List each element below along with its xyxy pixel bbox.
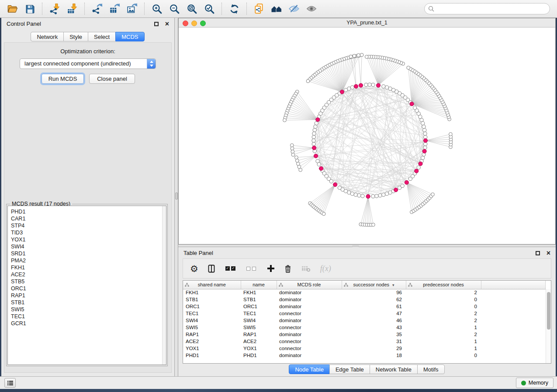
function-builder-button[interactable]: f(x) xyxy=(320,264,331,273)
export-table-button[interactable] xyxy=(106,1,123,17)
close-panel-button[interactable]: Close panel xyxy=(89,74,135,84)
export-table-icon xyxy=(109,3,120,14)
mcds-result-list[interactable]: PHD1CAR1STP4TID3YOX1SWI4SRD1PMA2FKH1ACE2… xyxy=(7,206,166,365)
import-network-button[interactable] xyxy=(46,1,63,17)
add-column-button[interactable] xyxy=(267,265,274,272)
mcds-result-item[interactable]: SWI5 xyxy=(11,306,166,313)
mcds-result-item[interactable]: TEC1 xyxy=(11,313,166,320)
tab-node-table[interactable]: Node Table xyxy=(289,364,330,374)
save-session-button[interactable] xyxy=(21,1,38,17)
column-header-name[interactable]: name xyxy=(241,281,277,289)
window-close-icon[interactable] xyxy=(183,21,188,26)
table-row[interactable]: SWI4SWI4dominator462 xyxy=(183,317,546,324)
deselect-all-button[interactable] xyxy=(246,267,258,271)
show-panel-list-button[interactable] xyxy=(4,378,16,388)
mcds-result-item[interactable]: CAR1 xyxy=(11,215,166,222)
run-mcds-button[interactable]: Run MCDS xyxy=(42,74,84,84)
optimization-criterion-label: Optimization criterion: xyxy=(4,48,171,55)
mcds-result-item[interactable]: GCR1 xyxy=(11,320,166,327)
zoom-out-button[interactable] xyxy=(166,1,183,17)
mcds-result-item[interactable]: SRD1 xyxy=(11,250,166,257)
zoom-fit-button[interactable] xyxy=(183,1,201,17)
zoom-fit-icon xyxy=(187,3,197,14)
import-table-button[interactable] xyxy=(63,1,81,17)
column-header-successor-nodes[interactable]: successor nodes▾ xyxy=(342,281,406,289)
float-panel-icon[interactable] xyxy=(536,251,540,255)
mcds-result-item[interactable]: YOX1 xyxy=(11,236,166,243)
import-network-icon xyxy=(49,3,60,14)
columns-icon xyxy=(208,265,216,273)
list-scrollbar[interactable] xyxy=(162,206,166,364)
tab-select[interactable]: Select xyxy=(88,32,116,41)
tab-network-table[interactable]: Network Table xyxy=(370,364,418,374)
select-all-button[interactable]: ✓✓ xyxy=(225,266,237,271)
mcds-result-item[interactable]: ORC1 xyxy=(11,285,166,292)
tab-edge-table[interactable]: Edge Table xyxy=(329,364,370,374)
export-network-button[interactable] xyxy=(88,1,106,17)
zoom-in-button[interactable] xyxy=(148,1,166,17)
delete-table-button[interactable] xyxy=(301,265,311,272)
optimization-criterion-select[interactable]: largest connected component (undirected) xyxy=(20,58,156,69)
splitter-grip[interactable] xyxy=(175,193,178,199)
tab-motifs[interactable]: Motifs xyxy=(417,364,445,374)
window-maximize-icon[interactable] xyxy=(200,21,206,26)
table-row[interactable]: ACE2ACE2connector311 xyxy=(183,338,546,345)
mcds-result-item[interactable]: STB1 xyxy=(11,299,166,306)
refresh-view-button[interactable] xyxy=(225,1,243,17)
vertical-splitter[interactable] xyxy=(175,18,178,376)
table-row[interactable]: SWI5SWI5connector431 xyxy=(183,324,546,331)
table-row[interactable]: STB1STB1dominator620 xyxy=(183,296,546,303)
mcds-result-item[interactable]: TID3 xyxy=(11,229,166,236)
table-row[interactable]: YOX1YOX1connector291 xyxy=(183,345,546,352)
open-session-button[interactable] xyxy=(3,1,21,17)
show-all-button[interactable] xyxy=(303,1,320,17)
tab-mcds[interactable]: MCDS xyxy=(115,32,144,41)
zoom-out-icon xyxy=(169,3,180,14)
node-table-grid: shared namenameMCDS rolesuccessor nodes▾… xyxy=(183,281,546,359)
delete-column-button[interactable] xyxy=(284,264,292,273)
toolbar-separator xyxy=(144,3,145,15)
mcds-result-item[interactable]: RAP1 xyxy=(11,292,166,299)
column-header-shared-name[interactable]: shared name xyxy=(183,281,241,289)
mcds-result-group: MCDS result (17 nodes) PHD1CAR1STP4TID3Y… xyxy=(6,204,168,366)
control-panel-title: Control Panel xyxy=(7,21,41,27)
table-row[interactable]: TEC1TEC1connector472 xyxy=(183,310,546,317)
checked-box-icon: ✓ xyxy=(225,266,230,271)
table-row[interactable]: RAP1RAP1dominator352 xyxy=(183,331,546,338)
clone-network-button[interactable] xyxy=(250,1,268,17)
zoom-selected-button[interactable] xyxy=(201,1,218,17)
mcds-result-item[interactable]: STP4 xyxy=(11,222,166,229)
tab-style[interactable]: Style xyxy=(63,32,88,41)
network-graph-svg[interactable] xyxy=(179,28,555,244)
window-minimize-icon[interactable] xyxy=(191,21,197,26)
scrollbar-thumb[interactable] xyxy=(547,292,550,330)
mcds-result-item[interactable]: PHD1 xyxy=(11,208,166,215)
mcds-result-item[interactable]: ACE2 xyxy=(11,271,166,278)
mcds-result-item[interactable]: STB5 xyxy=(11,278,166,285)
network-canvas[interactable] xyxy=(179,28,555,244)
float-panel-icon[interactable] xyxy=(154,22,159,26)
close-panel-icon[interactable]: × xyxy=(165,20,169,28)
table-row[interactable]: ORC1ORC1dominator610 xyxy=(183,303,546,310)
table-row[interactable]: PHD1PHD1dominator180 xyxy=(183,352,546,359)
memory-label: Memory xyxy=(529,380,548,386)
search-input[interactable] xyxy=(424,3,550,14)
node-table-body: FKH1FKH1dominator962STB1STB1dominator620… xyxy=(183,289,546,359)
close-panel-icon[interactable]: × xyxy=(547,249,550,258)
tab-network[interactable]: Network xyxy=(31,32,64,41)
network-window-titlebar: YPA_prune.txt_1 xyxy=(179,18,555,28)
column-header-predecessor-nodes[interactable]: predecessor nodes xyxy=(406,281,481,289)
column-header-MCDS-role[interactable]: MCDS role xyxy=(277,281,342,289)
mcds-result-item[interactable]: PMA2 xyxy=(11,257,166,264)
clone-network-icon xyxy=(253,3,265,14)
memory-button[interactable]: Memory xyxy=(516,378,554,388)
export-image-button[interactable] xyxy=(123,1,141,17)
mcds-result-item[interactable]: SWI4 xyxy=(11,243,166,250)
show-columns-button[interactable] xyxy=(208,265,216,273)
table-row[interactable]: FKH1FKH1dominator962 xyxy=(183,289,546,296)
table-scrollbar[interactable] xyxy=(546,289,551,363)
mcds-result-item[interactable]: FKH1 xyxy=(11,264,166,271)
settings-gear-button[interactable]: ⚙ xyxy=(190,264,198,273)
hide-selected-button[interactable] xyxy=(285,1,303,17)
first-neighbors-button[interactable] xyxy=(268,1,285,17)
